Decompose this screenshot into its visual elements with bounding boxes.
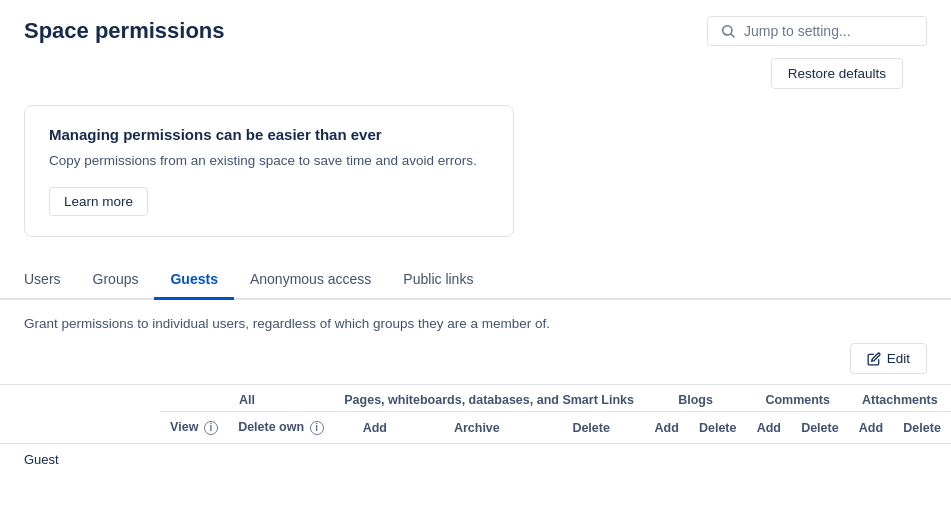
edit-label: Edit — [887, 351, 910, 366]
page-header: Space permissions Jump to setting... — [0, 0, 951, 54]
pages-header: Pages, whiteboards, databases, and Smart… — [334, 385, 645, 412]
learn-more-button[interactable]: Learn more — [49, 187, 148, 216]
info-card: Managing permissions can be easier than … — [24, 105, 514, 237]
guest-blogs-delete-cell — [689, 443, 747, 475]
tab-anonymous[interactable]: Anonymous access — [234, 261, 387, 300]
view-info-icon[interactable]: i — [204, 421, 218, 435]
guest-blogs-add-cell — [644, 443, 688, 475]
svg-line-1 — [731, 34, 734, 37]
tab-users[interactable]: Users — [24, 261, 77, 300]
guest-attachments-add-cell — [849, 443, 893, 475]
blogs-delete-header: Delete — [689, 412, 747, 444]
guest-view-cell — [160, 443, 228, 475]
restore-defaults-button[interactable]: Restore defaults — [771, 58, 903, 89]
search-placeholder: Jump to setting... — [744, 23, 851, 39]
search-box[interactable]: Jump to setting... — [707, 16, 927, 46]
info-card-description: Copy permissions from an existing space … — [49, 151, 489, 171]
comments-add-header: Add — [747, 412, 791, 444]
guest-pages-archive-cell — [416, 443, 538, 475]
tab-public-links[interactable]: Public links — [387, 261, 489, 300]
guest-attachments-delete-cell — [893, 443, 951, 475]
info-card-title: Managing permissions can be easier than … — [49, 126, 489, 143]
comments-delete-header: Delete — [791, 412, 849, 444]
edit-area: Edit — [0, 343, 951, 384]
blogs-add-header: Add — [644, 412, 688, 444]
all-header: All — [160, 385, 334, 412]
page-title: Space permissions — [24, 18, 225, 44]
attachments-delete-header: Delete — [893, 412, 951, 444]
pages-archive-header: Archive — [416, 412, 538, 444]
guest-pages-add-cell — [334, 443, 416, 475]
all-view-header: View i — [160, 412, 228, 444]
pages-add-header: Add — [334, 412, 416, 444]
guest-comments-delete-cell — [791, 443, 849, 475]
tab-guests[interactable]: Guests — [154, 261, 233, 300]
header-actions: Restore defaults — [0, 58, 951, 89]
empty-header-cell — [0, 385, 160, 444]
table-row: Guest — [0, 443, 951, 475]
row-label-guest: Guest — [0, 443, 160, 475]
blogs-header: Blogs — [644, 385, 746, 412]
comments-header: Comments — [747, 385, 849, 412]
tabs-container: Users Groups Guests Anonymous access Pub… — [0, 261, 951, 300]
guest-pages-delete-cell — [538, 443, 645, 475]
pencil-icon — [867, 352, 881, 366]
tab-groups[interactable]: Groups — [77, 261, 155, 300]
attachments-add-header: Add — [849, 412, 893, 444]
permissions-table: All Pages, whiteboards, databases, and S… — [0, 384, 951, 475]
edit-button[interactable]: Edit — [850, 343, 927, 374]
pages-delete-header: Delete — [538, 412, 645, 444]
all-delete-own-header: Delete own i — [228, 412, 334, 444]
tab-description: Grant permissions to individual users, r… — [0, 300, 951, 343]
guest-delete-own-cell — [228, 443, 334, 475]
delete-own-info-icon[interactable]: i — [310, 421, 324, 435]
search-icon — [720, 23, 736, 39]
guest-comments-add-cell — [747, 443, 791, 475]
attachments-header: Attachments — [849, 385, 951, 412]
